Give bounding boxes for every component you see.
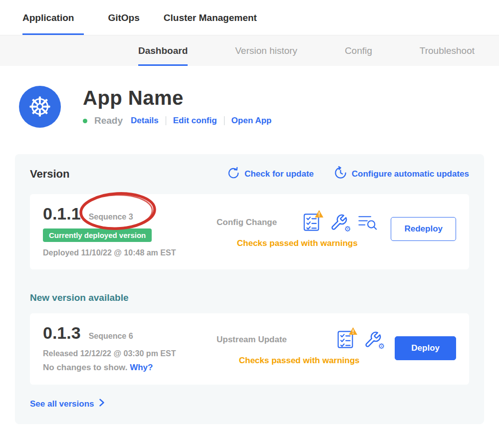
change-type-label: Upstream Update	[217, 335, 287, 345]
divider	[166, 116, 166, 125]
available-version-middle: Upstream Update	[208, 323, 395, 373]
change-type-label: Config Change	[217, 218, 277, 227]
deploy-button[interactable]: Deploy	[395, 336, 456, 360]
check-for-update-button[interactable]: Check for update	[227, 167, 314, 182]
check-icons-row: ⚙	[337, 330, 382, 349]
status-row: Ready Details Edit config Open App	[83, 115, 271, 126]
current-version-number: 0.1.1	[43, 204, 81, 224]
check-icons-row: ⚙	[303, 213, 378, 231]
why-link[interactable]: Why?	[130, 363, 153, 372]
current-version-action: Redeploy	[391, 204, 456, 257]
sub-nav: Dashboard Version history Config Trouble…	[0, 35, 499, 66]
kubernetes-logo-icon: ☸	[19, 86, 61, 128]
version-panel-header: Version Check for update	[30, 166, 469, 182]
warning-triangle-icon	[348, 327, 358, 335]
released-timestamp: Released 12/12/22 @ 03:30 pm EST	[43, 349, 208, 358]
redeploy-button[interactable]: Redeploy	[391, 217, 456, 241]
currently-deployed-badge: Currently deployed version	[43, 228, 152, 242]
config-wrench-gear-icon[interactable]: ⚙	[364, 331, 382, 349]
current-change-row: Config Change	[217, 213, 378, 231]
refresh-icon	[227, 167, 240, 182]
checks-warning-text: Checks passed with warnings	[217, 238, 378, 248]
edit-config-link[interactable]: Edit config	[173, 116, 217, 126]
chevron-right-icon	[99, 399, 105, 409]
see-all-versions-link[interactable]: See all versions	[30, 399, 105, 409]
top-nav: Application GitOps Cluster Management	[0, 0, 499, 35]
app-header: ☸ App Name Ready Details Edit config Ope…	[19, 86, 499, 128]
see-all-versions-label: See all versions	[30, 399, 94, 409]
current-sequence-label: Sequence 3	[89, 213, 133, 222]
details-link[interactable]: Details	[131, 116, 159, 126]
nav-item-gitops[interactable]: GitOps	[108, 12, 139, 35]
check-for-update-label: Check for update	[245, 169, 314, 179]
version-heading: Version	[30, 168, 69, 181]
configure-automatic-updates-label: Configure automatic updates	[352, 169, 469, 179]
available-version-card: 0.1.3 Sequence 6 Released 12/12/22 @ 03:…	[30, 313, 469, 385]
preflight-checklist-warning-icon[interactable]	[337, 330, 354, 349]
status-dot-icon	[83, 119, 87, 123]
status-badge: Ready	[94, 115, 123, 126]
preflight-checklist-warning-icon[interactable]	[303, 213, 320, 231]
tab-config[interactable]: Config	[345, 35, 372, 66]
view-diff-search-icon[interactable]	[358, 214, 378, 231]
tab-dashboard[interactable]: Dashboard	[138, 35, 188, 66]
current-version-card: 0.1.1 Sequence 3 Currently deployed vers…	[30, 194, 469, 269]
version-line: 0.1.1 Sequence 3	[43, 204, 208, 224]
available-change-row: Upstream Update	[217, 330, 382, 349]
current-version-middle: Config Change	[208, 204, 391, 257]
available-version-number: 0.1.3	[43, 323, 81, 343]
available-version-info: 0.1.3 Sequence 6 Released 12/12/22 @ 03:…	[43, 323, 208, 373]
deployed-timestamp: Deployed 11/10/22 @ 10:48 am EST	[43, 248, 208, 257]
available-sequence-label: Sequence 6	[89, 332, 133, 341]
current-version-info: 0.1.1 Sequence 3 Currently deployed vers…	[43, 204, 208, 257]
no-changes-label: No changes to show.	[43, 363, 127, 372]
version-actions: Check for update Configure automatic upd…	[227, 166, 469, 182]
nav-item-application[interactable]: Application	[22, 12, 84, 35]
tab-troubleshoot[interactable]: Troubleshoot	[420, 35, 475, 66]
new-version-heading: New version available	[30, 292, 469, 303]
version-panel: Version Check for update	[15, 154, 484, 424]
available-version-action: Deploy	[395, 323, 456, 373]
config-wrench-gear-icon[interactable]: ⚙	[330, 214, 348, 231]
version-line: 0.1.3 Sequence 6	[43, 323, 208, 343]
page-title: App Name	[83, 87, 271, 109]
nav-item-cluster-management[interactable]: Cluster Management	[164, 12, 257, 35]
app-header-info: App Name Ready Details Edit config Open …	[83, 86, 271, 126]
tab-version-history[interactable]: Version history	[235, 35, 297, 66]
warning-triangle-icon	[314, 210, 324, 218]
checks-warning-text: Checks passed with warnings	[217, 356, 382, 366]
no-changes-text: No changes to show. Why?	[43, 363, 208, 373]
divider	[224, 116, 225, 125]
open-app-link[interactable]: Open App	[232, 116, 272, 126]
gear-icon: ⚙	[344, 225, 351, 233]
gear-icon: ⚙	[378, 343, 385, 350]
configure-automatic-updates-button[interactable]: Configure automatic updates	[334, 166, 469, 182]
auto-update-clock-icon	[334, 166, 347, 182]
